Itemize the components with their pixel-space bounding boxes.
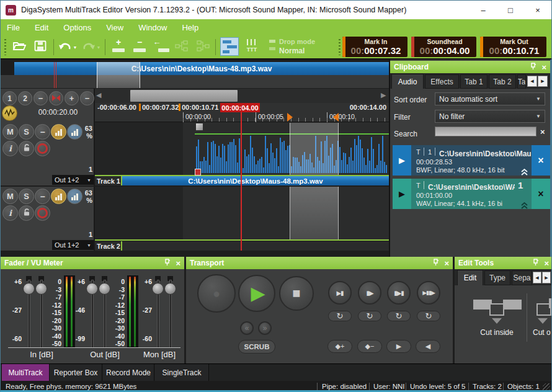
track2-name-tab[interactable]: Track 2 <box>95 241 121 251</box>
cut-inside-tool[interactable]: Cut inside <box>469 292 525 337</box>
track2-minimize-button[interactable]: − <box>35 189 50 204</box>
clipboard-item[interactable]: ▶ × T C:\Users\nin\Desktop\WAV 1 00:01:0… <box>393 179 550 209</box>
track2-selection[interactable] <box>290 187 339 239</box>
track2-mute-button[interactable]: M <box>2 189 18 204</box>
track1-fade-handle[interactable] <box>196 123 203 130</box>
prev-marker-button[interactable]: ◀ <box>416 340 440 353</box>
menu-options[interactable]: Options <box>63 23 91 32</box>
close-icon[interactable]: × <box>541 63 546 72</box>
track2-info-button[interactable]: i <box>2 205 18 221</box>
fader-knob-out-left[interactable] <box>86 283 98 295</box>
add-track-button[interactable]: + <box>110 38 127 56</box>
clipboard-tab-2[interactable]: Tab 2 <box>489 74 516 89</box>
ungroup-objects-button[interactable] <box>194 38 211 56</box>
fader-header[interactable]: Fader / VU Meter × <box>1 257 184 269</box>
mark-in-display[interactable]: Mark In 00:00:07.32 <box>342 37 407 57</box>
wave-edit-mode-button[interactable] <box>2 105 17 121</box>
fader-knob-mon-left[interactable] <box>152 283 164 295</box>
close-icon[interactable]: × <box>544 259 549 268</box>
tab-reporter-box[interactable]: Reporter Box <box>49 364 102 381</box>
open-button[interactable] <box>11 38 28 56</box>
zoom-selection-button[interactable] <box>49 91 63 105</box>
chevron-double-up-icon[interactable] <box>520 167 528 178</box>
loop-button[interactable]: ↻ <box>417 311 440 321</box>
track2-meter-mode-button[interactable] <box>51 189 66 204</box>
track-layout-button[interactable] <box>220 37 239 56</box>
play-around-mark-button[interactable]: ▶▮▮▶ <box>417 281 440 305</box>
tab-scroll-right[interactable]: ▶ <box>538 76 548 87</box>
fader-knob-in-left[interactable] <box>23 283 35 295</box>
filter-select[interactable]: No filter ▼ <box>435 110 545 123</box>
undo-button[interactable]: ▼ <box>58 38 78 56</box>
edit-tools-tab-separate[interactable]: Sepa <box>512 270 532 285</box>
track1-minimize-button[interactable]: − <box>35 124 50 140</box>
clipboard-tab-effects[interactable]: Effects <box>425 74 459 89</box>
clipboard-item[interactable]: ▶ × T 1 C:\Users\nin\Desktop\Mau 00:00:2… <box>393 145 550 176</box>
edit-tools-tab-edit[interactable]: Edit <box>457 270 483 285</box>
track1-name-tab[interactable]: Track 1 <box>95 176 121 185</box>
stop-button[interactable]: ■ <box>279 276 314 311</box>
text-tracks-button[interactable]: TTT <box>244 37 262 56</box>
redo-button[interactable]: ▼ <box>81 38 101 56</box>
tab-scroll-left[interactable]: ◀ <box>527 76 537 87</box>
record-button[interactable]: ● <box>197 274 236 313</box>
track2-solo-button[interactable]: S <box>19 189 34 204</box>
playhead-cursor[interactable] <box>241 112 242 251</box>
scrollbar-right-arrow[interactable]: ▶ <box>381 91 386 99</box>
loop-button[interactable]: ↻ <box>358 311 381 321</box>
track1-record-button[interactable] <box>35 141 50 156</box>
item-play-button[interactable]: ▶ <box>393 179 411 209</box>
track2-volume-envelope[interactable] <box>95 239 389 241</box>
resize-grip[interactable] <box>543 383 550 391</box>
track2-output-select[interactable]: Out 1+2 ▼ <box>52 240 94 250</box>
track1-mute-button[interactable]: M <box>2 124 18 140</box>
tab-scroll-right[interactable]: ▶ <box>542 272 551 283</box>
menu-window[interactable]: Window <box>138 23 167 32</box>
rewind-button[interactable]: « <box>240 321 254 335</box>
item-play-button[interactable]: ▶ <box>393 145 411 176</box>
close-button[interactable]: × <box>524 1 551 19</box>
collapse-tracks-button[interactable]: − <box>33 91 48 105</box>
item-delete-button[interactable]: × <box>532 145 550 176</box>
clipboard-tab-1[interactable]: Tab 1 <box>460 74 487 89</box>
track2-lane-pre[interactable] <box>95 187 183 239</box>
clipboard-header[interactable]: Clipboard × <box>390 61 550 73</box>
menu-help[interactable]: Help <box>182 23 198 32</box>
tab-record-mode[interactable]: Record Mode <box>103 364 154 381</box>
timeline-ruler[interactable]: 00:00:00 00:00:05 00:00:10 <box>95 112 389 122</box>
mark-out-marker[interactable] <box>333 113 339 122</box>
zoom-in-button[interactable]: + <box>65 91 79 105</box>
search-clear-button[interactable]: × <box>540 127 545 136</box>
track1-object-bar[interactable]: C:\Users\nin\Desktop\Maus-48.mp3.wav <box>122 176 389 185</box>
track2-lane[interactable] <box>183 187 389 239</box>
play-between-marks-button[interactable]: ▮▶▮ <box>387 281 411 305</box>
track1-selection[interactable] <box>290 123 339 176</box>
track1-info-button[interactable]: i <box>2 141 18 156</box>
track1-lock-button[interactable] <box>19 141 34 156</box>
cut-outside-tool[interactable]: Cut o <box>532 292 552 337</box>
track1-object-handle[interactable] <box>195 169 201 176</box>
tab-scroll-left[interactable]: ◀ <box>533 272 541 283</box>
fader-knob-mon-right[interactable] <box>164 283 176 295</box>
pin-icon[interactable] <box>530 61 536 73</box>
overview-view-window[interactable] <box>97 62 140 88</box>
timeline-scrollbar[interactable]: ◀ ▶ <box>95 89 389 103</box>
play-button[interactable]: ▶ <box>238 275 275 312</box>
pin-icon[interactable] <box>433 257 439 269</box>
move-track-button[interactable]: ← <box>152 38 171 56</box>
menu-edit[interactable]: Edit <box>35 23 48 32</box>
scrub-button[interactable]: SCRUB <box>238 340 275 354</box>
overview-bar[interactable]: C:\Users\nin\Desktop\Maus-48.mp3.wav <box>14 62 389 75</box>
add-marker-button[interactable]: ◆+ <box>327 340 352 353</box>
pin-icon[interactable] <box>533 257 539 269</box>
remove-track-button[interactable]: − <box>131 38 148 56</box>
track1-solo-button[interactable]: S <box>19 124 34 140</box>
scrollbar-left-arrow[interactable]: ◀ <box>96 91 101 99</box>
track2-select-button[interactable]: 2 <box>18 91 32 105</box>
minimize-button[interactable]: – <box>470 1 497 19</box>
close-icon[interactable]: × <box>444 259 449 268</box>
close-icon[interactable]: × <box>176 259 180 268</box>
sort-order-select[interactable]: No automatic sort ▼ <box>435 92 545 105</box>
soundhead-display[interactable]: Soundhead 00:00:04.00 <box>411 37 476 57</box>
tab-multitrack[interactable]: MultiTrack <box>2 364 49 381</box>
